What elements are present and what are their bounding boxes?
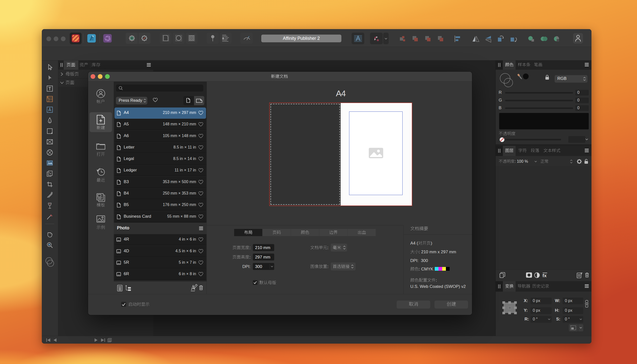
svg-text:fx: fx <box>542 273 547 278</box>
